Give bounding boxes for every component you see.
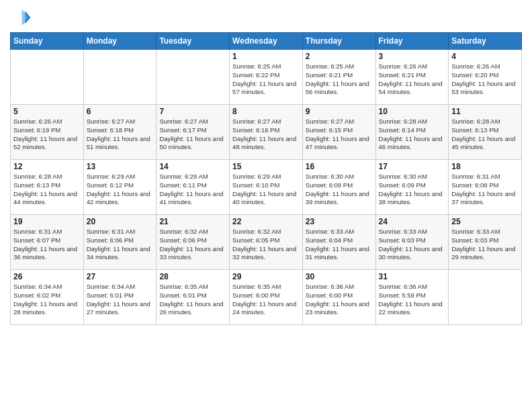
day-info: Sunrise: 6:30 AMSunset: 6:09 PMDaylight:… (306, 173, 373, 207)
day-info: Sunrise: 6:27 AMSunset: 6:15 PMDaylight:… (306, 118, 373, 152)
calendar-cell: 10Sunrise: 6:28 AMSunset: 6:14 PMDayligh… (375, 105, 449, 160)
day-number: 8 (232, 107, 300, 116)
day-number: 2 (306, 52, 373, 61)
day-number: 31 (379, 272, 446, 281)
calendar-cell: 13Sunrise: 6:29 AMSunset: 6:12 PMDayligh… (83, 160, 157, 215)
calendar-cell: 15Sunrise: 6:29 AMSunset: 6:10 PMDayligh… (230, 160, 303, 215)
day-info: Sunrise: 6:33 AMSunset: 6:03 PMDaylight:… (451, 228, 519, 262)
day-number: 20 (87, 217, 154, 226)
weekday-header-monday: Monday (83, 33, 157, 50)
calendar-cell: 4Sunrise: 6:26 AMSunset: 6:20 PMDaylight… (449, 50, 522, 105)
calendar-cell: 22Sunrise: 6:32 AMSunset: 6:05 PMDayligh… (230, 215, 303, 270)
logo (10, 7, 34, 28)
day-number: 30 (306, 272, 373, 281)
day-info: Sunrise: 6:26 AMSunset: 6:19 PMDaylight:… (13, 118, 81, 152)
day-number: 7 (159, 107, 226, 116)
day-number: 22 (232, 217, 300, 226)
day-number: 28 (159, 272, 226, 281)
day-info: Sunrise: 6:34 AMSunset: 6:02 PMDaylight:… (13, 283, 81, 317)
day-number: 17 (379, 162, 446, 171)
day-info: Sunrise: 6:29 AMSunset: 6:12 PMDaylight:… (87, 173, 154, 207)
calendar-cell: 23Sunrise: 6:33 AMSunset: 6:04 PMDayligh… (302, 215, 375, 270)
calendar-cell: 30Sunrise: 6:36 AMSunset: 6:00 PMDayligh… (302, 270, 375, 325)
day-info: Sunrise: 6:30 AMSunset: 6:09 PMDaylight:… (379, 173, 446, 207)
day-number: 4 (451, 52, 519, 61)
day-number: 9 (306, 107, 373, 116)
day-number: 12 (13, 162, 81, 171)
day-info: Sunrise: 6:29 AMSunset: 6:10 PMDaylight:… (232, 173, 300, 207)
calendar-cell: 31Sunrise: 6:36 AMSunset: 5:59 PMDayligh… (375, 270, 449, 325)
calendar-cell: 18Sunrise: 6:31 AMSunset: 6:08 PMDayligh… (449, 160, 522, 215)
calendar-cell: 28Sunrise: 6:35 AMSunset: 6:01 PMDayligh… (157, 270, 230, 325)
calendar-cell: 20Sunrise: 6:31 AMSunset: 6:06 PMDayligh… (83, 215, 157, 270)
weekday-header-sunday: Sunday (11, 33, 84, 50)
day-number: 14 (159, 162, 226, 171)
calendar-cell: 14Sunrise: 6:29 AMSunset: 6:11 PMDayligh… (157, 160, 230, 215)
day-info: Sunrise: 6:27 AMSunset: 6:18 PMDaylight:… (87, 118, 154, 152)
logo-icon (10, 7, 32, 28)
calendar-cell: 2Sunrise: 6:25 AMSunset: 6:21 PMDaylight… (302, 50, 375, 105)
day-number: 27 (87, 272, 154, 281)
day-info: Sunrise: 6:28 AMSunset: 6:14 PMDaylight:… (379, 118, 446, 152)
calendar-cell: 5Sunrise: 6:26 AMSunset: 6:19 PMDaylight… (11, 105, 84, 160)
day-number: 11 (451, 107, 519, 116)
day-info: Sunrise: 6:28 AMSunset: 6:13 PMDaylight:… (451, 118, 519, 152)
calendar-cell: 3Sunrise: 6:26 AMSunset: 6:21 PMDaylight… (375, 50, 449, 105)
day-info: Sunrise: 6:34 AMSunset: 6:01 PMDaylight:… (87, 283, 154, 317)
day-info: Sunrise: 6:25 AMSunset: 6:21 PMDaylight:… (306, 62, 373, 97)
day-number: 26 (13, 272, 81, 281)
calendar-cell: 9Sunrise: 6:27 AMSunset: 6:15 PMDaylight… (302, 105, 375, 160)
day-info: Sunrise: 6:33 AMSunset: 6:04 PMDaylight:… (306, 228, 373, 262)
weekday-header-wednesday: Wednesday (230, 33, 303, 50)
calendar-cell: 25Sunrise: 6:33 AMSunset: 6:03 PMDayligh… (449, 215, 522, 270)
weekday-header-tuesday: Tuesday (157, 33, 230, 50)
day-info: Sunrise: 6:26 AMSunset: 6:20 PMDaylight:… (451, 62, 519, 97)
day-info: Sunrise: 6:26 AMSunset: 6:21 PMDaylight:… (379, 62, 446, 97)
day-number: 5 (13, 107, 81, 116)
day-number: 23 (306, 217, 373, 226)
day-info: Sunrise: 6:32 AMSunset: 6:06 PMDaylight:… (159, 228, 226, 262)
day-number: 6 (87, 107, 154, 116)
day-number: 21 (159, 217, 226, 226)
day-info: Sunrise: 6:27 AMSunset: 6:16 PMDaylight:… (232, 118, 300, 152)
calendar-cell: 17Sunrise: 6:30 AMSunset: 6:09 PMDayligh… (375, 160, 449, 215)
calendar-cell: 21Sunrise: 6:32 AMSunset: 6:06 PMDayligh… (157, 215, 230, 270)
day-info: Sunrise: 6:29 AMSunset: 6:11 PMDaylight:… (159, 173, 226, 207)
day-number: 1 (232, 52, 300, 61)
day-number: 29 (232, 272, 300, 281)
day-info: Sunrise: 6:25 AMSunset: 6:22 PMDaylight:… (232, 62, 300, 97)
page: SundayMondayTuesdayWednesdayThursdayFrid… (0, 0, 532, 411)
calendar-cell: 29Sunrise: 6:35 AMSunset: 6:00 PMDayligh… (230, 270, 303, 325)
day-info: Sunrise: 6:31 AMSunset: 6:06 PMDaylight:… (87, 228, 154, 262)
day-number: 10 (379, 107, 446, 116)
day-number: 16 (306, 162, 373, 171)
day-info: Sunrise: 6:36 AMSunset: 6:00 PMDaylight:… (306, 283, 373, 317)
calendar-cell: 16Sunrise: 6:30 AMSunset: 6:09 PMDayligh… (302, 160, 375, 215)
day-number: 19 (13, 217, 81, 226)
day-info: Sunrise: 6:32 AMSunset: 6:05 PMDaylight:… (232, 228, 300, 262)
day-info: Sunrise: 6:36 AMSunset: 5:59 PMDaylight:… (379, 283, 446, 317)
calendar-cell: 26Sunrise: 6:34 AMSunset: 6:02 PMDayligh… (11, 270, 84, 325)
day-number: 25 (451, 217, 519, 226)
day-info: Sunrise: 6:28 AMSunset: 6:13 PMDaylight:… (13, 173, 81, 207)
calendar: SundayMondayTuesdayWednesdayThursdayFrid… (10, 32, 522, 325)
day-info: Sunrise: 6:27 AMSunset: 6:17 PMDaylight:… (159, 118, 226, 152)
day-info: Sunrise: 6:33 AMSunset: 6:03 PMDaylight:… (379, 228, 446, 262)
day-info: Sunrise: 6:35 AMSunset: 6:00 PMDaylight:… (232, 283, 300, 317)
calendar-cell (449, 270, 522, 325)
day-number: 24 (379, 217, 446, 226)
calendar-cell: 12Sunrise: 6:28 AMSunset: 6:13 PMDayligh… (11, 160, 84, 215)
calendar-cell: 11Sunrise: 6:28 AMSunset: 6:13 PMDayligh… (449, 105, 522, 160)
calendar-cell: 8Sunrise: 6:27 AMSunset: 6:16 PMDaylight… (230, 105, 303, 160)
calendar-cell: 1Sunrise: 6:25 AMSunset: 6:22 PMDaylight… (230, 50, 303, 105)
weekday-header-friday: Friday (375, 33, 449, 50)
calendar-cell: 7Sunrise: 6:27 AMSunset: 6:17 PMDaylight… (157, 105, 230, 160)
day-number: 3 (379, 52, 446, 61)
calendar-cell: 19Sunrise: 6:31 AMSunset: 6:07 PMDayligh… (11, 215, 84, 270)
day-info: Sunrise: 6:35 AMSunset: 6:01 PMDaylight:… (159, 283, 226, 317)
calendar-cell: 24Sunrise: 6:33 AMSunset: 6:03 PMDayligh… (375, 215, 449, 270)
weekday-header-saturday: Saturday (449, 33, 522, 50)
calendar-cell: 6Sunrise: 6:27 AMSunset: 6:18 PMDaylight… (83, 105, 157, 160)
day-number: 13 (87, 162, 154, 171)
calendar-cell: 27Sunrise: 6:34 AMSunset: 6:01 PMDayligh… (83, 270, 157, 325)
